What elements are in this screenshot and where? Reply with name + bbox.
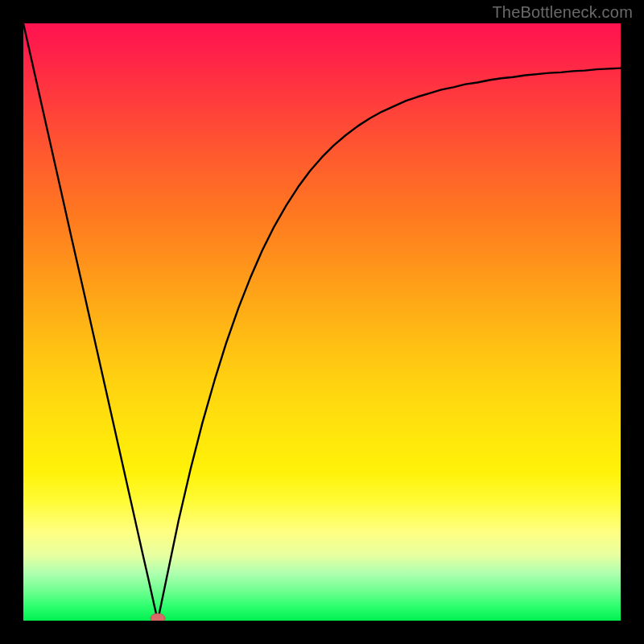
chart-frame: TheBottleneck.com (0, 0, 644, 644)
minimum-marker (151, 613, 165, 621)
curve-overlay (23, 23, 621, 621)
bottleneck-curve (23, 23, 621, 621)
watermark-text: TheBottleneck.com (492, 3, 633, 22)
plot-area (23, 23, 621, 621)
